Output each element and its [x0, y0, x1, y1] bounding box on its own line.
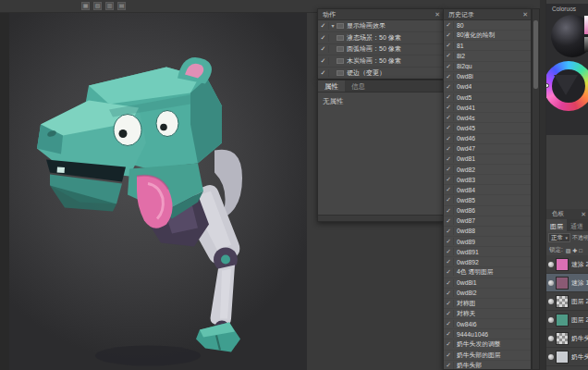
- layer-thumbnail[interactable]: [556, 314, 569, 327]
- checkbox-icon[interactable]: ✓: [444, 238, 454, 245]
- history-row[interactable]: ✓ 0wd83: [444, 175, 531, 185]
- layer-row[interactable]: 图层 2 拷贝: [546, 311, 588, 329]
- color-slider[interactable]: [584, 16, 588, 34]
- checkbox-icon[interactable]: ✓: [444, 83, 454, 91]
- history-row[interactable]: ✓ 0wd8i: [444, 72, 531, 82]
- history-row[interactable]: ✓ 4色 透明图层: [444, 267, 531, 278]
- history-row[interactable]: ✓ 9444u1046: [444, 329, 531, 339]
- history-row[interactable]: ✓ 0wd84: [444, 185, 531, 195]
- history-panel-header[interactable]: 历史记录 ✕: [444, 9, 531, 20]
- layers-tab[interactable]: 通道: [567, 219, 587, 231]
- checkbox-icon[interactable]: ✓: [444, 166, 454, 173]
- action-row[interactable]: ✓ 硬边（变更）: [318, 68, 443, 80]
- visibility-toggle[interactable]: [546, 317, 556, 323]
- history-row[interactable]: ✓ 0wd892: [444, 257, 531, 267]
- history-row[interactable]: ✓ 0wd82: [444, 165, 531, 175]
- history-row[interactable]: ✓ 0wd4: [444, 82, 531, 92]
- checkbox-icon[interactable]: ✓: [444, 300, 454, 307]
- layer-thumbnail[interactable]: [556, 332, 569, 345]
- checkbox-icon[interactable]: ✓: [444, 340, 454, 348]
- history-scrollbar[interactable]: [532, 8, 540, 370]
- history-row[interactable]: ✓ 0wd45: [444, 123, 531, 133]
- checkbox-icon[interactable]: ✓: [444, 268, 454, 276]
- checkbox-icon[interactable]: ✓: [444, 320, 454, 327]
- guides-icon[interactable]: ▧: [93, 2, 102, 10]
- history-row[interactable]: ✓ 对称天: [444, 309, 531, 319]
- checkbox-icon[interactable]: ✓: [318, 57, 329, 65]
- history-row[interactable]: ✓ 80: [444, 20, 531, 31]
- action-row[interactable]: ✓ ▾ 显示绘画效果: [318, 20, 443, 32]
- checkbox-icon[interactable]: ✓: [444, 248, 454, 255]
- checkbox-icon[interactable]: ✓: [444, 196, 454, 204]
- checkbox-icon[interactable]: ✓: [444, 52, 454, 59]
- history-row[interactable]: ✓ 0wd47: [444, 144, 531, 154]
- history-row[interactable]: ✓ 0wd89: [444, 237, 531, 247]
- checkbox-icon[interactable]: ✓: [444, 155, 454, 163]
- history-row[interactable]: ✓ 0w84i6: [444, 319, 531, 329]
- history-row[interactable]: ✓ 81: [444, 41, 531, 51]
- document-canvas[interactable]: [9, 13, 307, 370]
- checkbox-icon[interactable]: ✓: [318, 22, 329, 30]
- history-row[interactable]: ✓ 0wd88: [444, 227, 531, 237]
- history-row[interactable]: ✓ 0wd87: [444, 216, 531, 227]
- checkbox-icon[interactable]: ✓: [444, 176, 454, 183]
- visibility-toggle[interactable]: [546, 354, 556, 360]
- checkbox-icon[interactable]: ✓: [444, 186, 454, 193]
- history-row[interactable]: ✓ 80液化的绘制: [444, 31, 531, 41]
- action-row[interactable]: ✓ 木炭绘画：50 像素: [318, 56, 443, 68]
- history-row[interactable]: ✓ 0wd46: [444, 134, 531, 144]
- history-row[interactable]: ✓ 0wd891: [444, 247, 531, 257]
- layer-row[interactable]: 速涂 1: [546, 274, 588, 292]
- checkbox-icon[interactable]: ✓: [444, 42, 454, 49]
- checkbox-icon[interactable]: ✓: [444, 362, 454, 369]
- checkbox-icon[interactable]: ✓: [444, 330, 454, 338]
- visibility-toggle[interactable]: [546, 299, 556, 304]
- close-icon[interactable]: ✕: [435, 9, 440, 20]
- history-row[interactable]: ✓ 0wd41: [444, 103, 531, 113]
- checkbox-icon[interactable]: ✓: [444, 63, 454, 70]
- lock-transparency-icon[interactable]: ▨: [566, 248, 571, 253]
- close-icon[interactable]: ✕: [522, 9, 528, 20]
- properties-tab[interactable]: 信息: [345, 80, 372, 92]
- history-row[interactable]: ✓ 奶牛头发的调整: [444, 339, 531, 350]
- layers-tab[interactable]: 图层: [546, 219, 567, 231]
- checkbox-icon[interactable]: ✓: [444, 207, 454, 215]
- checkbox-icon[interactable]: ✓: [444, 73, 454, 80]
- blend-mode-select[interactable]: 正常 ▾: [548, 233, 570, 242]
- scrollbar-thumb[interactable]: [533, 20, 538, 89]
- layer-row[interactable]: 速涂 2: [546, 255, 588, 274]
- layer-thumbnail[interactable]: [556, 295, 569, 308]
- action-row[interactable]: ✓ 液态场景：50 像素: [318, 32, 443, 44]
- checkbox-icon[interactable]: ✓: [444, 145, 454, 153]
- checkbox-icon[interactable]: ✓: [444, 290, 454, 297]
- checkbox-icon[interactable]: ✓: [444, 228, 454, 235]
- history-row[interactable]: ✓ 0wd86: [444, 206, 531, 216]
- history-row[interactable]: ✓ 0wd5: [444, 92, 531, 103]
- checkbox-icon[interactable]: ✓: [444, 217, 454, 225]
- value-slider[interactable]: [584, 37, 588, 52]
- actions-panel-header[interactable]: 动作 ✕: [318, 9, 443, 20]
- history-row[interactable]: ✓ 0wd85: [444, 195, 531, 205]
- layer-thumbnail[interactable]: [556, 277, 569, 290]
- rulers-icon[interactable]: ▥: [105, 2, 114, 10]
- checkbox-icon[interactable]: ✓: [318, 34, 329, 42]
- checkbox-icon[interactable]: ✓: [318, 69, 329, 77]
- snap-icon[interactable]: ▤: [117, 2, 126, 10]
- layer-thumbnail[interactable]: [556, 351, 569, 364]
- checkbox-icon[interactable]: ✓: [318, 45, 329, 53]
- checkbox-icon[interactable]: ✓: [444, 310, 454, 317]
- checkbox-icon[interactable]: ✓: [444, 114, 454, 121]
- history-row[interactable]: ✓ 奶牛头部: [444, 361, 531, 369]
- close-icon[interactable]: ✕: [581, 209, 586, 220]
- visibility-toggle[interactable]: [546, 262, 556, 267]
- lock-all-icon[interactable]: □: [579, 248, 582, 253]
- checkbox-icon[interactable]: ✓: [444, 279, 454, 287]
- history-row[interactable]: ✓ 8i2qu: [444, 62, 531, 72]
- history-row[interactable]: ✓ 0wd4s: [444, 113, 531, 123]
- saturation-triangle[interactable]: [554, 75, 578, 95]
- checkbox-icon[interactable]: ✓: [444, 31, 454, 39]
- layer-row[interactable]: 奶牛头部: [546, 329, 588, 348]
- lock-position-icon[interactable]: ✚: [572, 248, 577, 253]
- layer-row[interactable]: 图层 28: [546, 292, 588, 311]
- history-row[interactable]: ✓ 奶牛头部的图层: [444, 351, 531, 361]
